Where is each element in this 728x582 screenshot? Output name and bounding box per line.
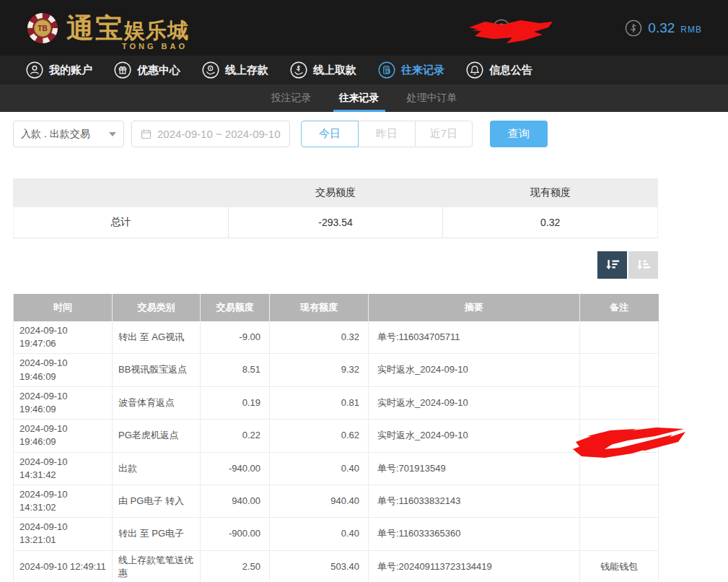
table-row: 2024-09-10 19:46:09 PG老虎机返点 0.22 0.62 实时… (14, 420, 659, 452)
username-area[interactable] (492, 12, 584, 44)
table-row: 2024-09-10 19:47:06 转出 至 AG视讯 -9.00 0.32… (14, 321, 659, 354)
brand-name-en: TONG BAO (122, 43, 188, 51)
nav-label: 往来记录 (401, 64, 444, 77)
bell-icon (466, 61, 483, 79)
table-row: 2024-09-10 19:46:09 波音体育返点 0.19 0.81 实时返… (14, 386, 659, 419)
sort-controls (13, 251, 658, 279)
balance-amount: 0.32 (648, 20, 675, 36)
page: TB 通宝 娱乐城 TONG BAO 0.32 (0, 0, 728, 582)
table-header-row: 时间 交易类别 交易额度 现有额度 摘要 备注 (14, 294, 659, 321)
summary-col-balance: 现有额度 (443, 178, 658, 207)
sort-descending-button[interactable] (597, 251, 627, 279)
col-type: 交易类别 (113, 294, 201, 321)
nav-item-deposit[interactable]: 线上存款 (202, 61, 268, 79)
nav-label: 优惠中心 (137, 64, 180, 77)
nav-item-promotions[interactable]: 优惠中心 (114, 61, 180, 79)
nav-item-records[interactable]: 往来记录 (378, 61, 444, 79)
table-row: 2024-09-10 13:21:01 转出 至 PG电子 -900.00 0.… (14, 518, 659, 550)
tab-betting-records[interactable]: 投注记录 (270, 84, 313, 112)
user-icon (26, 61, 43, 79)
summary-total-label: 总计 (14, 207, 229, 238)
nav-label: 信息公告 (489, 64, 532, 77)
nav-label: 线上存款 (225, 64, 268, 77)
col-summary: 摘要 (369, 294, 580, 321)
sort-ascending-button[interactable] (628, 251, 658, 279)
search-button[interactable]: 查询 (490, 121, 548, 147)
withdraw-icon (290, 61, 307, 79)
col-time: 时间 (14, 294, 113, 321)
summary-table: 交易额度 现有额度 总计 -293.54 0.32 (13, 178, 658, 238)
chevron-down-icon (109, 132, 116, 136)
table-row: 2024-09-10 12:49:11 线上存款笔笔送优惠 2.50 503.4… (14, 550, 659, 582)
deposit-icon (202, 61, 219, 79)
sort-ascending-icon (634, 256, 653, 274)
brand-name-primary: 通宝 (66, 14, 124, 42)
today-button[interactable]: 今日 (301, 121, 359, 147)
date-range-value: 2024-09-10 ~ 2024-09-10 (157, 128, 281, 140)
balance-display[interactable]: 0.32 RMB (625, 19, 702, 37)
transactions-table: 时间 交易类别 交易额度 现有额度 摘要 备注 2024-09-10 19:47… (13, 294, 659, 582)
svg-text:TB: TB (38, 25, 47, 32)
calendar-icon (141, 129, 152, 139)
nav-item-withdraw[interactable]: 线上取款 (290, 61, 356, 79)
tab-processing-orders[interactable]: 处理中订单 (405, 84, 459, 112)
table-row: 2024-09-10 14:31:42 出款 -940.00 0.40 单号:7… (14, 452, 659, 485)
nav-item-announcements[interactable]: 信息公告 (466, 61, 532, 79)
brand-logo[interactable]: TB 通宝 娱乐城 TONG BAO (26, 12, 189, 45)
nav-label: 线上取款 (313, 64, 356, 77)
col-amount: 交易额度 (201, 294, 270, 321)
summary-total-amount: -293.54 (229, 207, 444, 238)
tab-transaction-records[interactable]: 往来记录 (338, 84, 381, 112)
dollar-coin-icon (625, 19, 642, 37)
last7days-button[interactable]: 近7日 (415, 121, 473, 147)
transaction-type-select[interactable]: 入款 . 出款交易 (13, 121, 124, 147)
summary-header-row: 交易额度 现有额度 (13, 178, 658, 207)
main-navigation: 我的账户 优惠中心 线上存款 (0, 56, 728, 84)
brand-name-secondary: 娱乐城 (124, 20, 189, 41)
col-balance: 现有额度 (270, 294, 369, 321)
yesterday-button[interactable]: 昨日 (358, 121, 416, 147)
summary-total-row: 总计 -293.54 0.32 (13, 207, 658, 238)
summary-col-amount: 交易额度 (228, 178, 443, 207)
nav-label: 我的账户 (49, 64, 92, 77)
record-subtabs: 投注记录 往来记录 处理中订单 (0, 84, 728, 112)
filter-bar: 入款 . 出款交易 2024-09-10 ~ 2024-09-10 今日 昨日 … (13, 121, 658, 147)
sort-descending-icon (603, 256, 622, 274)
table-row: 2024-09-10 14:31:02 由 PG电子 转入 940.00 940… (14, 485, 659, 517)
date-range-input[interactable]: 2024-09-10 ~ 2024-09-10 (131, 121, 290, 147)
gift-icon (114, 61, 131, 79)
records-icon (378, 61, 395, 79)
quick-date-buttons: 今日 昨日 近7日 (301, 121, 473, 147)
transaction-type-value: 入款 . 出款交易 (21, 128, 90, 141)
brand-name: 通宝 娱乐城 TONG BAO (66, 14, 189, 42)
nav-item-my-account[interactable]: 我的账户 (26, 61, 92, 79)
poker-chip-icon: TB (26, 12, 59, 45)
summary-total-balance: 0.32 (443, 207, 657, 238)
col-remark: 备注 (580, 294, 659, 321)
balance-currency: RMB (680, 22, 702, 35)
table-row: 2024-09-10 19:46:09 BB视讯骰宝返点 8.51 9.32 实… (14, 354, 659, 386)
summary-col-blank (13, 178, 228, 207)
top-header: TB 通宝 娱乐城 TONG BAO 0.32 (0, 0, 728, 56)
user-avatar-icon (492, 19, 511, 38)
